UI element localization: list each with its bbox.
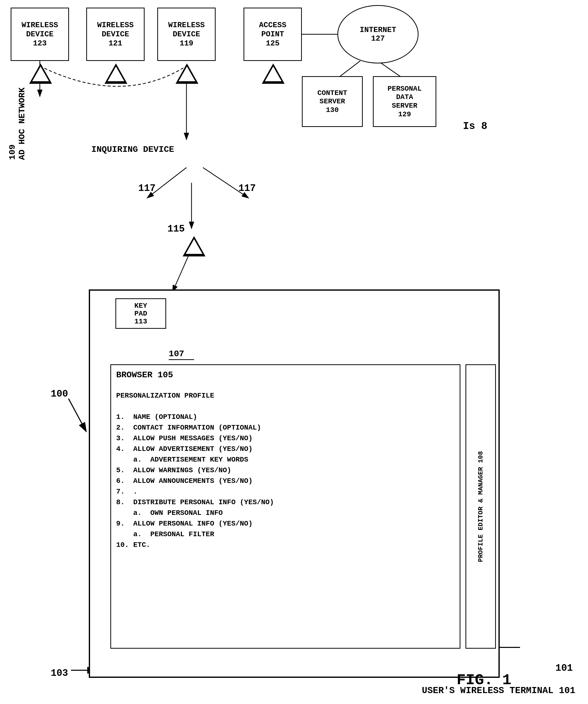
keypad-label: KEY PAD 113: [134, 302, 147, 326]
content-server-130-box: CONTENT SERVER 130: [302, 76, 363, 127]
content-server-130-label: CONTENT SERVER 130: [317, 89, 347, 115]
personal-data-server-129-box: PERSONAL DATA SERVER 129: [373, 76, 436, 127]
inquiring-device-label: INQUIRING DEVICE: [91, 145, 174, 154]
profile-editor-box: PROFILE EDITOR & MANAGER 108: [465, 364, 496, 649]
browser-box: BROWSER 105 PERSONALIZATION PROFILE 1. N…: [110, 364, 460, 649]
triangle-121: [105, 63, 127, 81]
triangle-125: [262, 63, 284, 81]
triangle-inner-125: [265, 66, 281, 81]
label-117-right: 117: [239, 183, 256, 194]
triangle-115: [183, 236, 205, 254]
label-117-left: 117: [138, 183, 155, 194]
profile-editor-label: PROFILE EDITOR & MANAGER 108: [477, 451, 484, 562]
keypad-box: KEY PAD 113: [115, 298, 166, 329]
wireless-device-121-label: WIRELESS DEVICE 121: [97, 20, 134, 48]
profile-text-content: PERSONALIZATION PROFILE 1. NAME (OPTIONA…: [116, 391, 274, 550]
triangle-inner-123: [32, 66, 49, 81]
browser-label: BROWSER 105: [116, 370, 173, 380]
wireless-device-123-box: WIRELESS DEVICE 123: [11, 8, 69, 61]
svg-line-2: [68, 399, 86, 431]
fig-label: FIG. 1: [457, 671, 511, 689]
diagram: WIRELESS DEVICE 123 WIRELESS DEVICE 121 …: [0, 0, 588, 704]
triangle-119: [176, 63, 198, 81]
internet-127-label: INTERNET 127: [360, 25, 396, 43]
label-100: 100: [51, 389, 68, 399]
personal-data-server-129-label: PERSONAL DATA SERVER 129: [388, 84, 421, 119]
adhoc-network-label: AD HOC NETWORK 109: [8, 97, 27, 160]
label-103: 103: [51, 668, 68, 679]
wireless-device-123-label: WIRELESS DEVICE 123: [21, 20, 58, 48]
triangle-inner-115: [186, 239, 202, 254]
is8-label: Is 8: [463, 121, 487, 132]
label-107: 107: [169, 349, 184, 359]
triangle-123: [29, 63, 52, 81]
wireless-terminal-box: KEY PAD 113 107 BROWSER 105 PERSONALIZAT…: [89, 289, 500, 678]
wireless-device-119-box: WIRELESS DEVICE 119: [157, 8, 216, 61]
wireless-device-119-label: WIRELESS DEVICE 119: [168, 20, 205, 48]
triangle-inner-121: [108, 66, 124, 81]
label-107-underline: [169, 359, 194, 360]
triangle-inner-119: [179, 66, 195, 81]
label-115: 115: [168, 223, 185, 234]
internet-127-ellipse: INTERNET 127: [337, 5, 418, 63]
label-101: 101: [556, 663, 573, 673]
access-point-125-label: ACCESS POINT 125: [259, 20, 286, 48]
wireless-device-121-box: WIRELESS DEVICE 121: [86, 8, 145, 61]
access-point-125-box: ACCESS POINT 125: [244, 8, 302, 61]
